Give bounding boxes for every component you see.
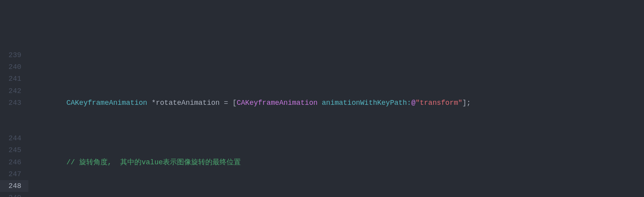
line-number: 241 bbox=[0, 73, 28, 85]
at-token: @ bbox=[411, 99, 415, 107]
code-editor[interactable]: 239240241242243244245246247248249250251 … bbox=[0, 48, 644, 197]
comment-token: // 旋转角度, 其中的value表示图像旋转的最终位置 bbox=[66, 158, 241, 166]
line-number: 245 bbox=[0, 144, 28, 156]
line-number: 243 bbox=[0, 97, 28, 109]
line-number: 249 bbox=[0, 192, 28, 197]
class-token: CAKeyframeAnimation bbox=[237, 99, 318, 107]
code-line[interactable]: CAKeyframeAnimation *rotateAnimation = [… bbox=[28, 97, 644, 109]
line-number: 239 bbox=[0, 49, 28, 61]
line-number: 248 bbox=[0, 180, 28, 192]
punct: = bbox=[220, 99, 232, 107]
punct: * bbox=[147, 99, 156, 107]
line-number: 240 bbox=[0, 61, 28, 73]
line-number-gutter: 239240241242243244245246247248249250251 bbox=[0, 48, 28, 197]
code-line[interactable]: // 旋转角度, 其中的value表示图像旋转的最终位置 bbox=[28, 156, 644, 168]
punct: [ bbox=[233, 99, 237, 107]
line-number: 246 bbox=[0, 156, 28, 168]
identifier: rotateAnimation bbox=[156, 99, 220, 107]
line-number: 244 bbox=[0, 132, 28, 144]
line-number bbox=[0, 121, 28, 132]
type-token: CAKeyframeAnimation bbox=[66, 99, 147, 107]
string-token: "transform" bbox=[415, 99, 462, 107]
code-area[interactable]: CAKeyframeAnimation *rotateAnimation = [… bbox=[28, 48, 644, 197]
line-number bbox=[0, 109, 28, 121]
line-number: 247 bbox=[0, 168, 28, 180]
method-token: animationWithKeyPath: bbox=[322, 99, 411, 107]
line-number: 242 bbox=[0, 85, 28, 97]
